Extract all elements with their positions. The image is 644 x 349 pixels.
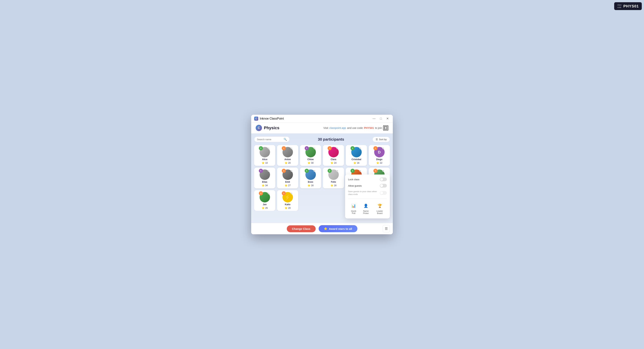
status-dot (360, 170, 361, 172)
star-count: 24 (334, 162, 336, 164)
leader-board-button[interactable]: 🏆 Leader Board (373, 201, 387, 216)
participant-name: Enzo (308, 181, 313, 183)
participant-stars: ⭐ 20 (284, 207, 290, 209)
star-icon: ⭐ (308, 161, 310, 164)
participant-stars: ⭐ 16 (353, 161, 359, 164)
participant-stars: ⭐ 10 (262, 161, 268, 164)
avatar-wrap: 5 (306, 147, 316, 157)
minimize-button[interactable]: — (372, 116, 376, 121)
star-icon: ⭐ (262, 184, 264, 187)
class-code-value: PHYS01 (623, 4, 639, 8)
star-icon: ⭐ (376, 161, 379, 164)
toolbar: 🔍 30 participants ☰ Sort by (254, 136, 390, 142)
participant-name: Emil (285, 181, 290, 183)
search-box[interactable]: 🔍 (254, 136, 290, 142)
rank-badge: 4 (282, 191, 286, 195)
star-icon: ⭐ (284, 161, 288, 164)
rank-badge: 3 (259, 146, 263, 150)
status-dot (268, 192, 270, 194)
avatar-wrap: 4 (260, 192, 270, 202)
search-icon: 🔍 (284, 138, 287, 141)
avatar-wrap: 4 (282, 147, 293, 157)
participant-card[interactable]: 5 Chloe ⭐ 30 (300, 145, 321, 166)
name-picker-button[interactable]: 👤 Name Picker (359, 201, 373, 216)
participant-name: Elias (262, 181, 267, 183)
star-icon: ⭐ (284, 207, 288, 209)
participant-name: Diego (376, 158, 382, 161)
header-join-info: Visit classpoint.app and use code PHYS01… (323, 125, 388, 131)
menu-icon: ☰ (385, 227, 388, 231)
star-count: 16 (334, 184, 336, 187)
star-count: 16 (357, 162, 359, 164)
rank-badge: 3 (328, 169, 332, 173)
participant-name: Chloe (308, 158, 314, 161)
rank-badge: 4 (282, 146, 286, 150)
lock-class-toggle[interactable] (380, 177, 387, 181)
participant-card[interactable]: 4 Emil ⭐ 27 (277, 168, 298, 188)
star-count: 20 (288, 162, 290, 164)
sort-button[interactable]: ☰ Sort by (372, 137, 390, 142)
allow-guests-toggle[interactable] (380, 184, 387, 188)
participant-card[interactable]: 3 Enzo ⭐ 16 (300, 168, 321, 188)
participant-name: Jan (263, 203, 267, 206)
classpoint-link[interactable]: classpoint.app (329, 126, 346, 129)
participant-stars: ⭐ 24 (330, 161, 336, 164)
award-stars-button[interactable]: ⭐ Award stars to all (319, 225, 358, 232)
participant-card[interactable]: 5 Elias ⭐ 34 (254, 168, 275, 188)
participant-card[interactable]: ⚡ 4 Kaito ⭐ 20 (277, 190, 298, 211)
participant-stars: ⭐ 27 (284, 184, 290, 187)
participant-card[interactable]: 3 Felix ⭐ 16 (323, 168, 344, 188)
maximize-button[interactable]: □ (379, 116, 383, 121)
status-dot (336, 147, 338, 149)
star-count: 20 (288, 207, 290, 209)
rank-badge: 5 (259, 169, 263, 173)
allow-guests-row: Allow guests (348, 184, 387, 188)
qr-code-button[interactable] (383, 125, 388, 131)
titlebar-title: Inknoe ClassPoint (260, 117, 284, 120)
change-class-button[interactable]: Change Class (287, 225, 316, 232)
sort-label: Sort by (379, 138, 387, 141)
main-content: 🔍 30 participants ☰ Sort by 3 Alice ⭐ 10 (251, 133, 393, 223)
rank-badge: 3 (305, 169, 309, 173)
participant-card[interactable]: 4 Clara ⭐ 24 (323, 145, 344, 166)
bottom-bar: Change Class ⭐ Award stars to all ☰ (251, 223, 393, 234)
avatar-wrap: 4 (328, 147, 339, 157)
participant-stars: ⭐ 34 (262, 184, 268, 187)
avatar-wrap: 3 (328, 169, 339, 180)
participant-stars: ⭐ 26 (262, 207, 268, 209)
titlebar-left: C Inknoe ClassPoint (254, 117, 284, 121)
join-text: to join (375, 126, 382, 129)
status-dot (291, 192, 292, 194)
search-input[interactable] (257, 138, 282, 141)
titlebar-controls[interactable]: — □ ✕ (372, 116, 390, 121)
menu-button[interactable]: ☰ (383, 225, 390, 232)
status-dot (336, 170, 338, 172)
avatar-wrap: 3 (306, 169, 316, 180)
lock-class-row: Lock class (348, 177, 387, 181)
status-dot (314, 170, 316, 172)
status-dot (382, 170, 384, 172)
status-dot (268, 170, 270, 172)
participant-card[interactable]: 3 Alice ⭐ 10 (254, 145, 275, 166)
participant-card[interactable]: D 4 Diego ⭐ 22 (369, 145, 390, 166)
participant-card[interactable]: 4 Jan ⭐ 26 (254, 190, 275, 211)
save-guests-toggle[interactable] (380, 191, 387, 195)
participant-card[interactable]: 3 Cristobal ⭐ 16 (346, 145, 367, 166)
rank-badge: 3 (350, 146, 354, 150)
star-count: 26 (265, 207, 268, 209)
star-icon: ⭐ (330, 161, 333, 164)
status-dot (291, 147, 292, 149)
close-button[interactable]: ✕ (385, 116, 390, 121)
avatar-wrap: ⚡ 4 (282, 192, 293, 202)
header-left: C Physics (256, 125, 279, 131)
leader-board-label: Leader Board (374, 210, 386, 214)
participants-count: 30 participants (318, 137, 344, 142)
star-count: 10 (265, 162, 268, 164)
participant-stars: ⭐ 22 (376, 161, 382, 164)
participant-card[interactable]: 4 Anton ⭐ 20 (277, 145, 298, 166)
quick-poll-button[interactable]: 📊 Quick Poll (348, 201, 359, 216)
lock-class-label: Lock class (348, 178, 360, 181)
star-icon: ⭐ (262, 207, 264, 209)
participant-stars: ⭐ 16 (330, 184, 336, 187)
save-guests-label: Save guests to your class when class end… (348, 190, 378, 196)
